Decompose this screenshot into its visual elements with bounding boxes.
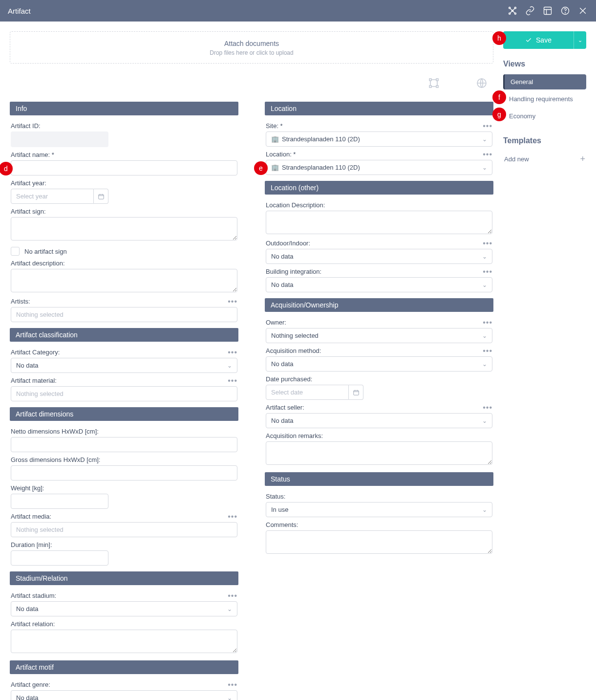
duration-label: Duration [min]: bbox=[11, 541, 237, 548]
media-select[interactable]: Nothing selected bbox=[11, 522, 237, 537]
material-label: Artifact material:••• bbox=[11, 377, 237, 384]
artifact-desc-input[interactable] bbox=[11, 269, 237, 292]
stadium-select[interactable]: No data⌄ bbox=[11, 601, 237, 616]
views-heading: Views bbox=[503, 60, 586, 68]
view-general[interactable]: General bbox=[503, 74, 586, 89]
svg-rect-10 bbox=[429, 86, 431, 88]
building-icon: 🏢 bbox=[271, 135, 279, 143]
gross-label: Gross dimensions HxWxD [cm]: bbox=[11, 456, 237, 463]
save-button[interactable]: Save bbox=[503, 31, 574, 49]
artifact-sign-input[interactable] bbox=[11, 217, 237, 241]
section-status-header: Status bbox=[265, 472, 493, 486]
relation-label: Artifact relation: bbox=[11, 620, 237, 628]
link-icon[interactable] bbox=[525, 5, 535, 16]
globe-icon[interactable] bbox=[475, 76, 489, 90]
artifact-sign-label: Artifact sign: bbox=[11, 208, 237, 215]
calendar-icon[interactable] bbox=[349, 385, 363, 400]
owner-label: Owner:••• bbox=[266, 319, 492, 326]
category-label: Artifact Category:••• bbox=[11, 349, 237, 356]
material-more-icon[interactable]: ••• bbox=[228, 378, 237, 383]
section-stadium-header: Stadium/Relation bbox=[10, 571, 238, 585]
outdoor-select[interactable]: No data⌄ bbox=[266, 249, 492, 264]
category-select[interactable]: No data⌄ bbox=[11, 358, 237, 373]
integration-more-icon[interactable]: ••• bbox=[483, 269, 492, 274]
stadium-more-icon[interactable]: ••• bbox=[228, 593, 237, 598]
artifact-year-label: Artifact year: bbox=[11, 179, 237, 187]
owner-more-icon[interactable]: ••• bbox=[483, 320, 492, 325]
loc-desc-input[interactable] bbox=[266, 211, 492, 234]
svg-rect-14 bbox=[353, 390, 359, 394]
layout-icon[interactable] bbox=[542, 5, 553, 16]
svg-rect-9 bbox=[436, 79, 438, 81]
location-select[interactable]: 🏢Strandesplanaden 110 (2D)⌄ bbox=[266, 160, 492, 175]
location-more-icon[interactable]: ••• bbox=[483, 152, 492, 157]
weight-input[interactable] bbox=[11, 494, 108, 509]
netto-input[interactable] bbox=[11, 437, 237, 452]
plus-icon: + bbox=[580, 154, 585, 164]
artifact-id-label: Artifact ID: bbox=[11, 122, 237, 130]
weight-label: Weight [kg]: bbox=[11, 484, 237, 492]
grid-icon[interactable] bbox=[507, 5, 518, 16]
owner-select[interactable]: Nothing selected⌄ bbox=[266, 328, 492, 343]
integration-select[interactable]: No data⌄ bbox=[266, 277, 492, 292]
close-icon[interactable] bbox=[577, 5, 588, 16]
no-artifact-sign-label: No artifact sign bbox=[24, 248, 67, 255]
genre-select[interactable]: No data⌄ bbox=[11, 690, 237, 700]
save-dropdown-button[interactable]: ⌄ bbox=[574, 31, 586, 49]
add-template-button[interactable]: Add new + bbox=[503, 152, 586, 166]
context-toolbar bbox=[10, 73, 493, 97]
media-label: Artifact media:••• bbox=[11, 513, 237, 520]
chevron-down-icon: ⌄ bbox=[482, 506, 487, 513]
site-more-icon[interactable]: ••• bbox=[483, 124, 492, 129]
artists-select[interactable]: Nothing selected bbox=[11, 307, 237, 322]
artists-more-icon[interactable]: ••• bbox=[228, 299, 237, 304]
svg-point-7 bbox=[565, 13, 566, 13]
calendar-icon[interactable] bbox=[94, 189, 108, 204]
artifact-year-input[interactable] bbox=[11, 189, 94, 204]
dropzone-title: Attach documents bbox=[15, 40, 488, 47]
category-more-icon[interactable]: ••• bbox=[228, 350, 237, 355]
svg-rect-8 bbox=[429, 79, 431, 81]
integration-label: Building integration:••• bbox=[266, 268, 492, 275]
chevron-down-icon: ⌄ bbox=[482, 282, 487, 288]
date-label: Date purchased: bbox=[266, 375, 492, 383]
attach-dropzone[interactable]: Attach documents Drop files here or clic… bbox=[10, 31, 493, 64]
chevron-down-icon: ⌄ bbox=[482, 164, 487, 171]
transform-icon[interactable] bbox=[427, 76, 441, 90]
section-motif-header: Artifact motif bbox=[10, 660, 238, 674]
artists-label: Artists:••• bbox=[11, 298, 237, 305]
method-select[interactable]: No data⌄ bbox=[266, 356, 492, 372]
help-icon[interactable] bbox=[560, 5, 571, 16]
method-label: Acquisition method:••• bbox=[266, 347, 492, 354]
no-artifact-sign-checkbox[interactable] bbox=[11, 247, 20, 256]
gross-input[interactable] bbox=[11, 465, 237, 481]
comments-input[interactable] bbox=[266, 530, 492, 554]
method-more-icon[interactable]: ••• bbox=[483, 349, 492, 353]
chevron-down-icon: ⌄ bbox=[482, 332, 487, 339]
genre-more-icon[interactable]: ••• bbox=[228, 682, 237, 687]
view-economy[interactable]: Economy bbox=[503, 109, 586, 124]
date-purchased-input[interactable] bbox=[266, 385, 349, 400]
site-select[interactable]: 🏢Strandesplanaden 110 (2D)⌄ bbox=[266, 131, 492, 147]
view-handling[interactable]: Handling requirements bbox=[503, 91, 586, 107]
seller-more-icon[interactable]: ••• bbox=[483, 405, 492, 410]
seller-select[interactable]: No data⌄ bbox=[266, 413, 492, 428]
seller-label: Artifact seller:••• bbox=[266, 404, 492, 411]
artifact-name-input[interactable] bbox=[11, 160, 237, 175]
media-more-icon[interactable]: ••• bbox=[228, 514, 237, 519]
material-select[interactable]: Nothing selected bbox=[11, 386, 237, 401]
page-title: Artifact bbox=[8, 7, 31, 15]
chevron-down-icon: ⌄ bbox=[482, 417, 487, 424]
duration-input[interactable] bbox=[11, 550, 108, 566]
templates-heading: Templates bbox=[503, 136, 586, 145]
section-dimensions-header: Artifact dimensions bbox=[10, 407, 238, 421]
loc-desc-label: Location Description: bbox=[266, 201, 492, 209]
outdoor-more-icon[interactable]: ••• bbox=[483, 241, 492, 246]
chevron-down-icon: ⌄ bbox=[227, 695, 232, 700]
netto-label: Netto dimensions HxWxD [cm]: bbox=[11, 428, 237, 435]
status-select[interactable]: In use⌄ bbox=[266, 502, 492, 517]
relation-input[interactable] bbox=[11, 630, 237, 653]
section-acquisition-header: Acquisition/Ownership bbox=[265, 298, 493, 312]
chevron-down-icon: ⌄ bbox=[482, 136, 487, 143]
remarks-input[interactable] bbox=[266, 441, 492, 465]
